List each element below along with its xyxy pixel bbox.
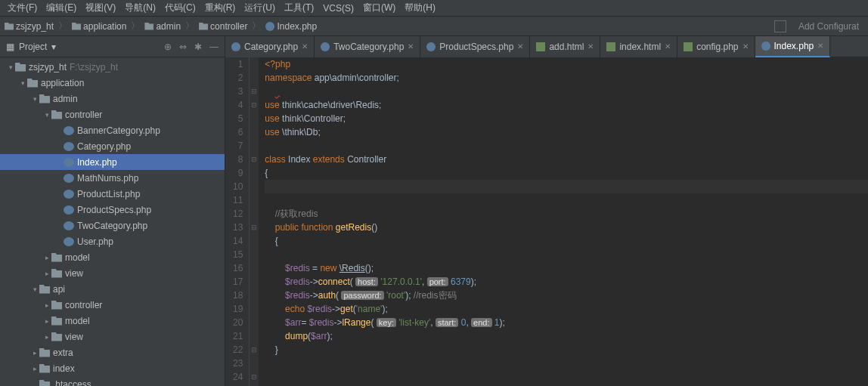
- code-line[interactable]: [265, 180, 868, 193]
- fold-marker[interactable]: [250, 248, 259, 261]
- fold-marker[interactable]: ⊟: [250, 85, 259, 98]
- tree-row[interactable]: admin: [0, 91, 225, 107]
- fold-marker[interactable]: [250, 329, 259, 343]
- code-line[interactable]: [265, 357, 868, 370]
- tree-arrow-icon[interactable]: [42, 254, 51, 261]
- editor-tab[interactable]: index.html✕: [600, 36, 677, 57]
- fold-marker[interactable]: [250, 180, 259, 193]
- tree-row[interactable]: model: [0, 313, 225, 329]
- tree-row[interactable]: ProductSpecs.php: [0, 202, 225, 218]
- code-line[interactable]: [265, 370, 868, 384]
- fold-marker[interactable]: [250, 71, 259, 85]
- editor-tab[interactable]: Index.php✕: [755, 36, 831, 57]
- menu-item[interactable]: 编辑(E): [42, 2, 81, 14]
- menu-item[interactable]: 运行(U): [240, 2, 280, 14]
- code-line[interactable]: $redis->connect( host: '127.0.0.1', port…: [265, 275, 868, 289]
- tree-arrow-icon[interactable]: [42, 111, 51, 119]
- tree-arrow-icon[interactable]: [30, 286, 39, 293]
- tree-row[interactable]: view: [0, 265, 225, 281]
- menu-item[interactable]: 导航(N): [120, 2, 160, 14]
- breadcrumb-item[interactable]: controller: [199, 21, 247, 32]
- tree-row[interactable]: controller: [0, 297, 225, 313]
- toolbar-icon[interactable]: [774, 20, 786, 32]
- editor-tab[interactable]: ProductSpecs.php✕: [420, 36, 530, 57]
- tree-row[interactable]: index: [0, 360, 225, 376]
- tree-arrow-icon[interactable]: [30, 349, 39, 357]
- fold-gutter[interactable]: ⊟⊟⊟⊟⊟⊟: [250, 57, 259, 386]
- tree-row[interactable]: BannerCategory.php: [0, 122, 225, 138]
- code-area[interactable]: 123456789101112131415161718192021222324 …: [225, 57, 868, 386]
- fold-marker[interactable]: [250, 234, 259, 248]
- menu-item[interactable]: 重构(R): [200, 2, 240, 14]
- code-line[interactable]: namespace app\admin\controller;: [265, 71, 868, 85]
- tree-row[interactable]: view: [0, 329, 225, 344]
- collapse-icon[interactable]: ⇔: [179, 42, 187, 52]
- tree-row[interactable]: .htaccess: [0, 376, 225, 386]
- fold-marker[interactable]: [250, 289, 259, 302]
- editor-tab[interactable]: config.php✕: [677, 36, 755, 57]
- code-line[interactable]: {: [265, 166, 868, 180]
- tree-row[interactable]: ProductList.php: [0, 186, 225, 202]
- code-line[interactable]: [265, 193, 868, 207]
- breadcrumb-item[interactable]: admin: [144, 21, 181, 32]
- fold-marker[interactable]: [250, 261, 259, 275]
- tree-row[interactable]: api: [0, 281, 225, 297]
- fold-marker[interactable]: [250, 207, 259, 221]
- code-line[interactable]: class Index extends Controller: [265, 153, 868, 166]
- menu-item[interactable]: 帮助(H): [400, 2, 440, 14]
- fold-marker[interactable]: [250, 357, 259, 370]
- fold-marker[interactable]: ⊟: [250, 153, 259, 166]
- tree-arrow-icon[interactable]: [18, 79, 27, 87]
- hide-icon[interactable]: —: [209, 42, 219, 52]
- locate-icon[interactable]: ⊕: [164, 42, 172, 52]
- tree-arrow-icon[interactable]: [30, 95, 39, 103]
- code-content[interactable]: <?phpnamespace app\admin\controller; use…: [259, 57, 868, 386]
- menu-item[interactable]: 工具(T): [280, 2, 318, 14]
- fold-marker[interactable]: [250, 316, 259, 329]
- code-line[interactable]: $redis = new \Redis();: [265, 261, 868, 275]
- fold-marker[interactable]: ⊟: [250, 370, 259, 384]
- tab-close-icon[interactable]: ✕: [665, 42, 671, 51]
- tree-row[interactable]: MathNums.php: [0, 170, 225, 186]
- menu-item[interactable]: VCS(S): [318, 3, 358, 14]
- menu-item[interactable]: 文件(F): [3, 2, 42, 14]
- menu-item[interactable]: 窗口(W): [358, 2, 400, 14]
- code-line[interactable]: use think\cache\driver\Redis;: [265, 98, 868, 112]
- tree-arrow-icon[interactable]: [6, 63, 15, 71]
- code-line[interactable]: $redis->auth( password: 'root'); //redis…: [265, 289, 868, 302]
- fold-marker[interactable]: ⊟: [250, 343, 259, 357]
- editor-tab[interactable]: Category.php✕: [225, 36, 315, 57]
- tab-close-icon[interactable]: ✕: [587, 42, 594, 51]
- tree-arrow-icon[interactable]: [42, 333, 51, 341]
- breadcrumb-item[interactable]: application: [72, 21, 126, 32]
- code-line[interactable]: }: [265, 343, 868, 357]
- fold-marker[interactable]: ⊟: [250, 98, 259, 112]
- tree-arrow-icon[interactable]: [42, 270, 51, 277]
- breadcrumb-item[interactable]: zsjzyp_ht: [5, 21, 54, 32]
- tree-row[interactable]: Category.php: [0, 138, 225, 154]
- code-line[interactable]: [265, 248, 868, 261]
- fold-marker[interactable]: [250, 125, 259, 139]
- fold-marker[interactable]: [250, 57, 259, 71]
- breadcrumb-item[interactable]: Index.php: [265, 21, 317, 32]
- tab-close-icon[interactable]: ✕: [408, 42, 414, 51]
- tab-close-icon[interactable]: ✕: [742, 42, 749, 51]
- fold-marker[interactable]: [250, 166, 259, 180]
- fold-marker[interactable]: [250, 139, 259, 153]
- tree-row[interactable]: controller: [0, 107, 225, 122]
- menu-item[interactable]: 代码(C): [160, 2, 200, 14]
- code-line[interactable]: echo $redis->get('name');: [265, 302, 868, 316]
- editor-tab[interactable]: add.html✕: [530, 36, 600, 57]
- code-line[interactable]: use \think\Db;: [265, 125, 868, 139]
- code-line[interactable]: {: [265, 234, 868, 248]
- code-line[interactable]: [265, 139, 868, 153]
- tree-arrow-icon[interactable]: [30, 365, 39, 372]
- tree-arrow-icon[interactable]: [42, 301, 51, 309]
- tab-close-icon[interactable]: ✕: [302, 42, 308, 51]
- tree-row[interactable]: TwoCategory.php: [0, 218, 225, 233]
- fold-marker[interactable]: [250, 112, 259, 125]
- tree-row[interactable]: application: [0, 75, 225, 91]
- add-configuration[interactable]: Add Configurat: [794, 21, 863, 32]
- dropdown-arrow-icon[interactable]: ▾: [51, 42, 56, 52]
- fold-marker[interactable]: [250, 275, 259, 289]
